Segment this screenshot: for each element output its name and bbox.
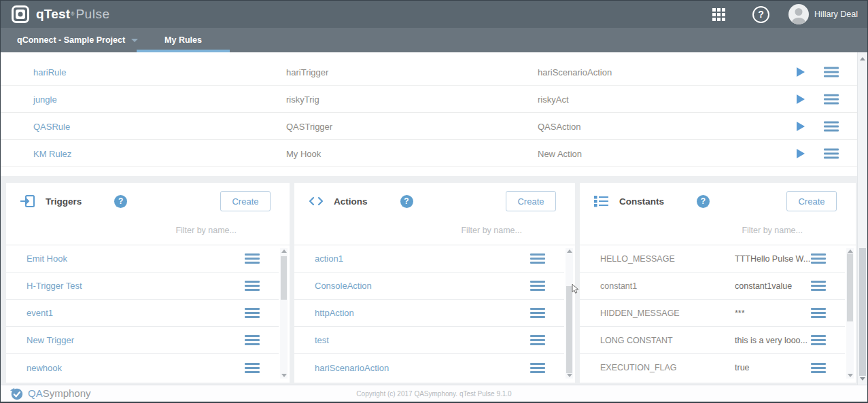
scrollbar-thumb[interactable]	[281, 256, 287, 300]
item-menu-icon[interactable]	[811, 251, 826, 266]
help-icon[interactable]: ?	[752, 6, 769, 23]
rule-name-link[interactable]: hariRule	[33, 67, 66, 77]
top-bar-right: ? Hillary Deal	[712, 4, 867, 24]
item-menu-icon[interactable]	[245, 306, 260, 320]
rule-menu-icon[interactable]	[824, 146, 839, 160]
scroll-up-arrow-icon[interactable]	[281, 249, 287, 253]
page-scrollbar[interactable]	[857, 52, 867, 385]
apps-grid-icon[interactable]	[712, 8, 725, 21]
actions-filter-input[interactable]	[294, 226, 575, 235]
scroll-down-arrow-icon[interactable]	[848, 374, 853, 377]
item-menu-icon[interactable]	[245, 251, 260, 266]
scroll-up-arrow-icon[interactable]	[848, 249, 853, 253]
run-rule-button[interactable]	[797, 149, 805, 158]
rule-menu-icon[interactable]	[824, 92, 839, 106]
scroll-down-arrow-icon[interactable]	[281, 374, 287, 377]
rule-trigger: hariTrigger	[286, 67, 328, 77]
item-menu-icon[interactable]	[530, 333, 545, 347]
trigger-link[interactable]: Emit Hook	[27, 253, 245, 264]
item-menu-icon[interactable]	[245, 333, 260, 347]
rule-row: QASRule QASTrigger QASAction	[1, 113, 858, 140]
trigger-link[interactable]: H-Trigger Test	[27, 281, 245, 291]
rule-name-link[interactable]: KM Rulez	[33, 148, 71, 158]
avatar[interactable]	[788, 4, 809, 24]
rule-menu-icon[interactable]	[824, 65, 839, 79]
brand-pulse: Pulse	[75, 7, 109, 22]
item-menu-icon[interactable]	[811, 361, 826, 375]
create-constant-button[interactable]: Create	[786, 191, 837, 211]
triggers-filter-input[interactable]	[6, 226, 290, 235]
item-menu-icon[interactable]	[811, 279, 826, 293]
rule-action: New Action	[538, 148, 582, 158]
trigger-link[interactable]: New Trigger	[27, 335, 245, 345]
list-icon	[593, 193, 610, 209]
project-selector-label: qConnect - Sample Project	[17, 35, 125, 45]
run-rule-button[interactable]	[797, 122, 805, 131]
action-link[interactable]: ConsoleAction	[315, 281, 530, 291]
actions-scrollbar[interactable]	[566, 248, 573, 379]
constant-value: true	[735, 363, 811, 372]
item-menu-icon[interactable]	[245, 279, 260, 293]
item-menu-icon[interactable]	[530, 361, 545, 375]
action-link[interactable]: action1	[315, 253, 530, 264]
item-menu-icon[interactable]	[530, 306, 545, 320]
scroll-down-arrow-icon[interactable]	[567, 374, 572, 377]
triggers-help-icon[interactable]: ?	[114, 195, 127, 208]
triggers-scrollbar[interactable]	[280, 248, 288, 379]
item-menu-icon[interactable]	[245, 361, 260, 375]
constants-help-icon[interactable]: ?	[697, 195, 710, 208]
list-item: LONG CONSTANT this is a very looo...	[580, 327, 845, 354]
item-menu-icon[interactable]	[811, 333, 826, 347]
rules-list: hariRule hariTrigger hariScenarioAction …	[1, 52, 858, 176]
rule-menu-icon[interactable]	[824, 119, 839, 133]
scroll-up-arrow-icon[interactable]	[567, 249, 572, 253]
scrollbar-thumb[interactable]	[566, 286, 572, 373]
scroll-up-arrow-icon[interactable]	[860, 57, 865, 60]
constant-value: this is a very looo...	[735, 336, 811, 345]
rule-row: jungle riskyTrig riskyAct	[1, 86, 858, 113]
tab-my-rules[interactable]: My Rules	[137, 28, 230, 52]
run-rule-button[interactable]	[797, 94, 805, 104]
rule-row: hariRule hariTrigger hariScenarioAction	[1, 58, 858, 86]
constants-scrollbar[interactable]	[846, 248, 854, 379]
constant-name: LONG CONSTANT	[600, 336, 735, 345]
constant-name: EXECUTION_FLAG	[600, 363, 735, 372]
constant-value: constant1value	[735, 281, 811, 291]
rule-action: riskyAct	[538, 94, 569, 104]
rule-name-link[interactable]: QASRule	[33, 121, 70, 131]
list-item: action1	[294, 245, 564, 273]
scrollbar-thumb[interactable]	[859, 248, 866, 376]
item-menu-icon[interactable]	[530, 251, 545, 266]
list-item: HIDDEN_MESSAGE ***	[580, 300, 845, 327]
list-item: newhook	[6, 354, 279, 381]
run-rule-button[interactable]	[797, 67, 805, 77]
action-link[interactable]: test	[315, 335, 530, 345]
list-item: hariScenarioAction	[294, 354, 564, 381]
trigger-link[interactable]: newhook	[27, 363, 245, 373]
trigger-link[interactable]: event1	[27, 308, 245, 318]
constant-value: ***	[735, 309, 811, 318]
rule-action: QASAction	[538, 121, 581, 131]
constant-name: HIDDEN_MESSAGE	[600, 309, 735, 318]
brand-qa: QA	[28, 387, 43, 399]
scroll-down-arrow-icon[interactable]	[860, 377, 865, 381]
actions-help-icon[interactable]: ?	[400, 195, 413, 208]
item-menu-icon[interactable]	[530, 279, 545, 293]
constants-filter-input[interactable]	[580, 226, 856, 235]
user-name[interactable]: Hillary Deal	[814, 10, 858, 19]
brand-logo: qTest ® Pulse	[12, 5, 109, 23]
action-link[interactable]: hariScenarioAction	[315, 363, 530, 373]
scrollbar-thumb[interactable]	[847, 253, 853, 321]
action-link[interactable]: httpAction	[315, 308, 530, 318]
rule-name-link[interactable]: jungle	[33, 94, 57, 104]
create-action-button[interactable]: Create	[506, 191, 556, 211]
sub-bar: qConnect - Sample Project My Rules	[1, 28, 867, 52]
triggers-title: Triggers	[46, 196, 82, 207]
triggers-filter	[6, 215, 290, 245]
brand-trademark: ®	[71, 11, 74, 18]
item-menu-icon[interactable]	[811, 306, 826, 320]
project-selector[interactable]: qConnect - Sample Project	[17, 28, 138, 52]
create-trigger-button[interactable]: Create	[220, 191, 271, 211]
actions-title: Actions	[334, 196, 368, 207]
triggers-panel-header: Triggers ? Create	[6, 183, 290, 215]
